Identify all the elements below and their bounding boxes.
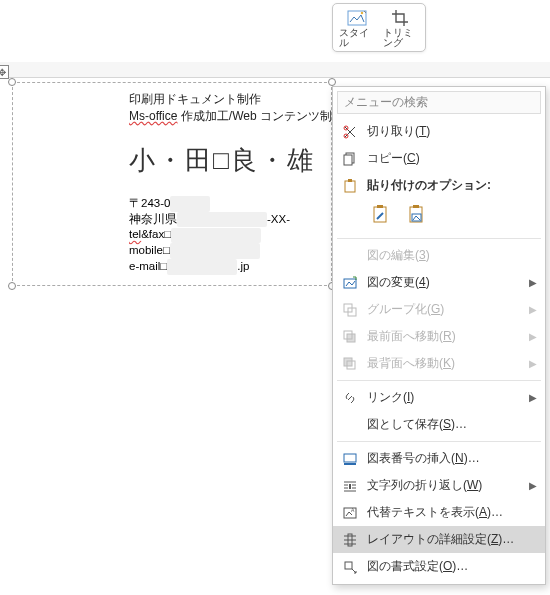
floating-ribbon: スタイル トリミング [332,3,426,52]
menu-format-picture[interactable]: 図の書式設定(O)… [333,553,545,580]
crop-label: トリミング [383,28,419,49]
crop-icon [392,8,410,28]
svg-rect-16 [347,334,355,342]
svg-point-1 [361,12,363,14]
paste-options-row [333,199,545,235]
group-icon [341,303,359,317]
paste-option-keep-source[interactable] [367,201,395,229]
svg-rect-9 [377,205,383,208]
svg-rect-21 [344,463,356,465]
menu-search-input[interactable]: メニューの検索 [337,91,541,114]
menu-separator [337,238,541,239]
svg-rect-5 [344,155,352,165]
svg-rect-0 [348,11,366,25]
chevron-right-icon: ▶ [529,392,537,403]
svg-rect-26 [345,562,352,569]
resize-handle[interactable] [328,78,336,86]
picture-style-button[interactable]: スタイル [339,8,375,49]
menu-bring-front: 最前面へ移動(R) ▶ [333,323,545,350]
paste-option-picture[interactable] [403,201,431,229]
copy-icon [341,152,359,166]
horizontal-ruler [0,62,550,78]
clipboard-icon [341,179,359,193]
move-handle-icon[interactable]: ✥ [0,65,9,79]
chevron-right-icon: ▶ [529,358,537,369]
resize-handle[interactable] [8,78,16,86]
menu-insert-caption[interactable]: 図表番号の挿入(N)… [333,445,545,472]
menu-separator [337,380,541,381]
document-content: 印刷用ドキュメント制作 Ms-office 作成加工/Web コンテンツ制作 小… [129,91,325,275]
doc-address-block: 〒243-0xxx 神奈川県xxxxx-XX- tel&fax□x mobile… [129,196,325,275]
send-back-icon [341,357,359,371]
style-icon [347,8,367,28]
document-canvas: ✥ 印刷用ドキュメント制作 Ms-office 作成加工/Web コンテンツ制作… [12,82,332,286]
selected-object-frame[interactable]: ✥ 印刷用ドキュメント制作 Ms-office 作成加工/Web コンテンツ制作… [12,82,332,286]
menu-group: グループ化(G) ▶ [333,296,545,323]
menu-separator [337,441,541,442]
menu-change-picture[interactable]: 図の変更(4) ▶ [333,269,545,296]
caption-icon [341,452,359,466]
context-menu: メニューの検索 切り取り(T) コピー(C) 貼り付けのオプション: 図の編集(… [332,86,546,585]
crop-button[interactable]: トリミング [383,8,419,49]
link-icon [341,391,359,405]
wrap-text-icon [341,479,359,493]
scissors-icon [341,125,359,139]
image-swap-icon [341,276,359,290]
menu-link[interactable]: リンク(I) ▶ [333,384,545,411]
menu-paste-header: 貼り付けのオプション: [333,172,545,199]
alt-text-icon: A [341,506,359,520]
menu-copy[interactable]: コピー(C) [333,145,545,172]
bring-front-icon [341,330,359,344]
svg-rect-18 [344,358,352,366]
menu-alt-text[interactable]: A 代替テキストを表示(A)… [333,499,545,526]
chevron-right-icon: ▶ [529,277,537,288]
doc-line-2: Ms-office 作成加工/Web コンテンツ制作 [129,108,325,125]
menu-cut[interactable]: 切り取り(T) [333,118,545,145]
style-label: スタイル [339,28,375,49]
chevron-right-icon: ▶ [529,480,537,491]
svg-rect-20 [344,454,356,462]
format-shape-icon [341,560,359,574]
chevron-right-icon: ▶ [529,304,537,315]
menu-send-back: 最背面へ移動(K) ▶ [333,350,545,377]
menu-layout-advanced[interactable]: レイアウトの詳細設定(Z)… [333,526,545,553]
menu-save-as-picture[interactable]: 図として保存(S)… [333,411,545,438]
svg-rect-8 [374,207,386,222]
svg-rect-22 [349,484,351,489]
menu-text-wrapping[interactable]: 文字列の折り返し(W) ▶ [333,472,545,499]
svg-rect-6 [345,181,355,192]
doc-name: 小・田□良・雄 [129,143,325,178]
chevron-right-icon: ▶ [529,331,537,342]
svg-rect-7 [348,179,352,182]
doc-line-1: 印刷用ドキュメント制作 [129,91,325,108]
svg-rect-11 [413,205,419,208]
resize-handle[interactable] [8,282,16,290]
menu-edit-picture: 図の編集(3) [333,242,545,269]
layout-icon [341,533,359,547]
